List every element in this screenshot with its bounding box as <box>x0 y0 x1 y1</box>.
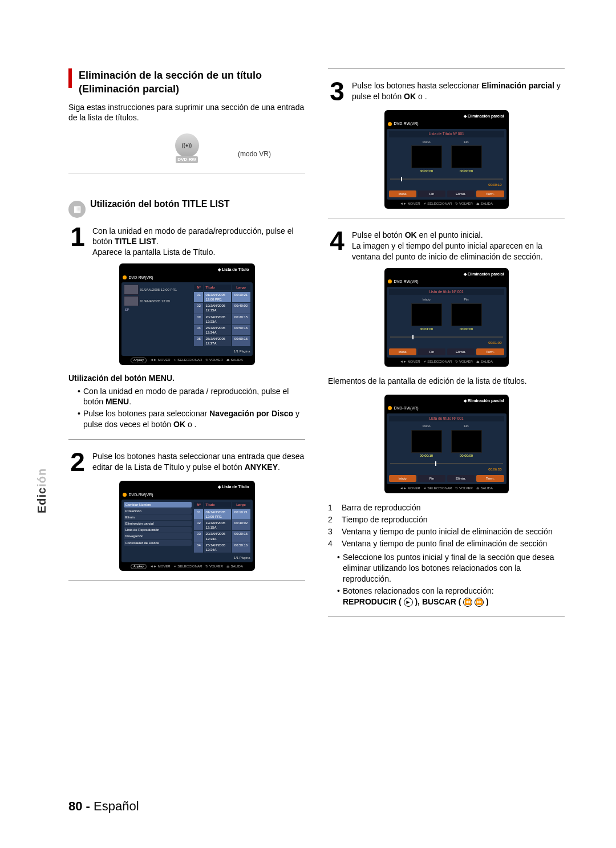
sc1-thumb2: 01/ENE/2005 12:00 <box>140 299 170 303</box>
step-4: 4 Pulse el botón OK en el punto inicial.… <box>328 228 565 262</box>
s2a: Pulse los botones <box>92 452 157 461</box>
ep1-foot-move: ◄► MOVER <box>400 201 420 206</box>
s1d: Aparece la pantalla Lista de Título. <box>92 247 215 257</box>
sc1-r1t: 19/JAN/2005 12:15A <box>204 303 230 313</box>
step-3: 3 Pulse los botones hasta seleccionar El… <box>328 78 565 104</box>
ep1-foot-exit: ⏏ SALIDA <box>476 201 493 206</box>
step-4-text: Pulse el botón OK en el punto inicial. L… <box>352 228 565 262</box>
playback-bar <box>390 177 503 181</box>
glyph-diamond: ◆ <box>464 114 467 118</box>
sc2-r1n: 02 <box>194 520 203 530</box>
screen-title-list-menu: ◆ Lista de Título DVD-RW(VR) Cambiar Nom… <box>119 481 255 571</box>
s3a: Pulse los botones <box>352 81 417 90</box>
sc1-r3l: 00:50:16 <box>232 325 250 335</box>
sc2-r0n: 01 <box>194 509 203 520</box>
sc2-title: Lista de Título <box>222 484 249 489</box>
rec-dot-icon <box>388 279 392 283</box>
anykey-menu: Cambiar Nombre Protección Elimin. Elimin… <box>124 502 192 546</box>
mb2f: o <box>185 420 194 429</box>
section-heading-row: Eliminación de la sección de un título (… <box>68 68 305 96</box>
section-title: Eliminación de la sección de un título (… <box>79 68 267 96</box>
sc1-r4t: 25/JAN/2005 12:37A <box>204 336 230 346</box>
ep-lab-end: Fin <box>451 297 482 302</box>
dvd-rw-icon: ((●)) DVD-RW <box>175 133 199 157</box>
glyph-diamond: ◆ <box>464 399 467 403</box>
s1b: TITLE LIST <box>115 237 156 246</box>
sc1-r1l: 00:40:02 <box>232 303 250 313</box>
playhead-icon <box>435 461 436 466</box>
sc1-foot-sel: ↵ SELECCIONAR <box>174 358 202 363</box>
mb2c: Navegación por Disco <box>209 409 293 418</box>
elements-intro: Elementos de la pantalla de edición de l… <box>328 376 565 387</box>
sc1-title: Lista de Título <box>222 267 249 272</box>
preview-start <box>411 303 442 326</box>
menu-bullets: Con la unidad en modo de parada / reprod… <box>78 386 305 431</box>
key-n-4: 4 <box>328 538 338 549</box>
sc1-h-title: Título <box>204 285 230 290</box>
tip2a: Botones relacionados con la reproducción… <box>343 586 494 595</box>
sc2fm: MOVER <box>158 565 171 568</box>
right-column: 3 Pulse los botones hasta seleccionar El… <box>328 68 565 626</box>
sc1-thumbs: 01/JAN/2005 12:00 PR1 01/ENE/2005 12:00 <box>124 285 192 306</box>
key-n-2: 2 <box>328 514 338 525</box>
page-number: 80 - <box>68 799 90 813</box>
ep2fe: SALIDA <box>481 360 493 363</box>
sc1-r3n: 04 <box>194 325 203 335</box>
key-t-3: Ventana y tiempo de punto inicial de eli… <box>342 526 553 537</box>
sc2-r0l: 00:10:21 <box>232 509 250 520</box>
divider <box>328 68 565 69</box>
rw-icon-inner: ((●)) <box>182 142 192 149</box>
ep1fe: SALIDA <box>481 202 493 205</box>
ep-lab-start: Inicio <box>411 140 442 144</box>
btn-del: Elimin. <box>447 475 475 482</box>
sc1-disc: DVD-RW(VR) <box>129 275 153 280</box>
ep2-tstart: 00:01:00 <box>411 327 442 331</box>
btn-end: Fin <box>418 190 445 197</box>
intro-text: Siga estas instrucciones para suprimir u… <box>68 102 305 124</box>
ep1fs: SELECCIONAR <box>427 202 452 205</box>
ep2-tend: 00:00:00 <box>451 327 482 331</box>
tip2d: ) <box>484 597 489 606</box>
s3b: hasta seleccionar <box>417 81 481 90</box>
btn-end: Fin <box>418 348 445 355</box>
sc1-r2t: 20/JAN/2005 12:33A <box>204 314 230 324</box>
key-t-1: Barra de reproducción <box>342 502 421 513</box>
page: Eliminación de la sección de un título (… <box>0 0 616 660</box>
ep-list-line-3: Lista de título Nº 001 <box>389 416 504 422</box>
sc2-r0t: 01/JAN/2005 12:00 PR1 <box>204 509 230 520</box>
preview-start <box>411 145 442 168</box>
divider <box>328 616 565 617</box>
menu-item-3: Eliminación parcial <box>124 521 192 526</box>
btn-end: Fin <box>418 475 445 482</box>
title-list-icon: ▦ <box>68 201 86 218</box>
sc2-h-title: Título <box>204 502 230 508</box>
sc2-h-no: Nº <box>194 502 203 508</box>
key-t-4: Ventana y tiempo de punto final de elimi… <box>342 538 547 549</box>
btn-term: Term. <box>476 348 504 355</box>
rec-dot-icon <box>388 406 392 410</box>
ep3-foot-move: ◄► MOVER <box>400 486 420 490</box>
step-number-2: 2 <box>68 449 87 475</box>
thumb-icon <box>124 296 139 306</box>
anykey-tag: Anykey <box>131 358 147 363</box>
screen-elements-key: 1Barra de reproducción 2Tiempo de reprod… <box>328 502 565 549</box>
sc1-r1n: 02 <box>194 303 203 313</box>
sc1-foot-move: ◄► MOVER <box>150 358 171 363</box>
play-icon: ► <box>404 598 413 607</box>
s3c: Eliminación parcial <box>481 81 554 90</box>
ep3fe: SALIDA <box>481 486 493 490</box>
ep2fs: SELECCIONAR <box>427 360 452 363</box>
glyph-diamond: ◆ <box>218 484 221 489</box>
sc1-sp: SP <box>125 307 129 312</box>
ep-list-line-1: Lista de Título Nº 001 <box>389 131 504 137</box>
sc2-r1l: 00:40:02 <box>232 520 250 530</box>
divider <box>328 218 565 218</box>
mb2a: Pulse los botones <box>83 409 148 418</box>
btn-start: Inicio <box>389 348 416 355</box>
menu-item-5: Navegación <box>124 533 192 539</box>
rec-dot-icon <box>123 275 127 279</box>
btn-term: Term. <box>476 190 504 197</box>
step-3-text: Pulse los botones hasta seleccionar Elim… <box>352 78 565 102</box>
ep1-foot-back: ↻ VOLVER <box>455 201 473 206</box>
ep3-tstart: 00:00:10 <box>411 453 442 458</box>
